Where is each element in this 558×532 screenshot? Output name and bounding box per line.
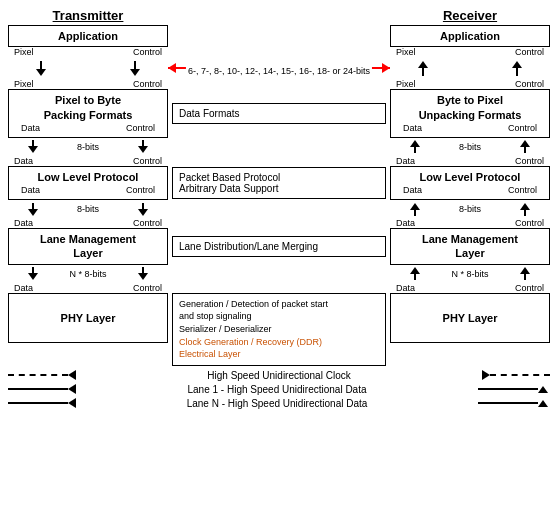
rx-data-arrowup2 (410, 203, 420, 216)
clock-arrowhead-left (68, 370, 76, 380)
rx-nbits-label: N * 8-bits (451, 269, 488, 279)
phy-line5: Electrical Layer (179, 348, 379, 361)
center-packing-col: Data Formats (168, 89, 390, 138)
tx-ctrl-lbl2: Control (133, 218, 162, 228)
rx-8bits-label: 8-bits (459, 142, 481, 152)
tx-8bits-row: 8-bits (8, 140, 168, 153)
pixel-arrow-down-tx (36, 61, 46, 76)
lane1-line-right (478, 388, 538, 390)
phy-row: PHY Layer Generation / Detection of pack… (8, 293, 550, 366)
rx-ctrl-lbl3: Control (515, 283, 544, 293)
tx-data-ctrl-labels3: Data Control (8, 283, 168, 293)
phy-line2: and stop signaling (179, 310, 379, 323)
red-arrowhead-left (168, 63, 176, 73)
transmitter-control-label: Control (133, 47, 162, 57)
phy-line3: Serializer / Deserializer (179, 323, 379, 336)
rx-nbits-row: N * 8-bits (390, 267, 550, 280)
tx-low-level-title: Low Level Protocol (38, 171, 139, 183)
tx-nbits-label: N * 8-bits (69, 269, 106, 279)
transmitter-application-block: Application (8, 25, 168, 47)
laneN-line-left (8, 402, 68, 404)
receiver-application-title: Application (440, 30, 500, 42)
center-spacer-2 (168, 218, 390, 228)
tx-data-ctrl-labels2: Data Control (8, 218, 168, 228)
rx-llp-data: Data (403, 185, 422, 195)
center-spacer-3 (168, 283, 390, 293)
transmitter-pixel-label: Pixel (14, 47, 34, 57)
laneN-line-right (478, 402, 538, 404)
rx-pixel-sub: Pixel (396, 79, 416, 89)
packing-sub: Data Control (13, 122, 163, 134)
rx-ctrl-arrowup2 (520, 203, 530, 216)
tx-lane-col: Lane Management Layer (8, 228, 168, 265)
tx-llp-data: Data (21, 185, 40, 195)
n-bits-row: N * 8-bits N * 8-bits (8, 265, 550, 283)
rx-lane-col: Lane Management Layer (390, 228, 550, 265)
byte-unpacking-title: Byte to Pixel Unpacking Formats (419, 94, 522, 120)
tx-data-arrow3 (28, 267, 38, 280)
center-lane-col: Lane Distribution/Lane Merging (168, 228, 390, 265)
rx-lane-mgmt-block: Lane Management Layer (390, 228, 550, 265)
tx-ctrl-arrow2 (138, 203, 148, 216)
lane1-line-left (8, 388, 68, 390)
center-llp-col: Packet Based Protocol Arbitrary Data Sup… (168, 166, 390, 200)
packet-protocol-text: Packet Based Protocol Arbitrary Data Sup… (179, 172, 280, 194)
laneN-arrowhead (68, 398, 76, 408)
rx-data-lbl: Data (396, 156, 415, 166)
headers: Transmitter Receiver (8, 8, 550, 23)
lane-dist-text: Lane Distribution/Lane Merging (179, 241, 318, 252)
rx-low-level-title: Low Level Protocol (420, 171, 521, 183)
clock-dashed-right (490, 374, 550, 376)
rx-phy-col: PHY Layer (390, 293, 550, 366)
tx-ctrl-arrow (138, 140, 148, 153)
tx-llp-col: Low Level Protocol Data Control (8, 166, 168, 200)
8bits-row-2: 8-bits 8-bits (8, 200, 550, 218)
receiver-control-label: Control (515, 47, 544, 57)
packet-protocol-box: Packet Based Protocol Arbitrary Data Sup… (172, 167, 386, 199)
transmitter-down-arrows (8, 61, 168, 76)
laneN-label: Lane N - High Speed Unidirectional Data (76, 398, 478, 409)
receiver-header: Receiver (390, 8, 550, 23)
pixel-packing-title: Pixel to Byte Packing Formats (44, 94, 133, 120)
clock-arrow-row: High Speed Unidirectional Clock (8, 370, 550, 381)
rx-data-lbl3: Data (396, 283, 415, 293)
lane1-arrow-row: Lane 1 - High Speed Unidirectional Data (8, 384, 550, 395)
pixel-arrow-up-rx (418, 61, 428, 76)
application-row: Application Pixel Control Application Pi… (8, 25, 550, 57)
tx-nbits-row: N * 8-bits (8, 267, 168, 280)
unpacking-data-label: Data (403, 123, 422, 133)
phy-center-box: Generation / Detection of packet start a… (172, 293, 386, 366)
tx-ctrl-lbl3: Control (133, 283, 162, 293)
lane-mgmt-row: Lane Management Layer Lane Distribution/… (8, 228, 550, 265)
red-arrowhead-right (382, 63, 390, 73)
rx-data-ctrl-labels: Data Control (390, 156, 550, 166)
center-app-col (168, 25, 390, 57)
byte-unpacking-block: Byte to Pixel Unpacking Formats Data Con… (390, 89, 550, 138)
tx-data-arrow2 (28, 203, 38, 216)
tx-data-lbl2: Data (14, 218, 33, 228)
rx-data-arrowup3 (410, 267, 420, 280)
rx-pixel-label-row: Pixel Control (390, 79, 550, 89)
data-label-row-1: Data Control Data Control (8, 156, 550, 166)
data-label-row-3: Data Control Data Control (8, 283, 550, 293)
tx-data-arrow (28, 140, 38, 153)
tx-data-lbl3: Data (14, 283, 33, 293)
tx-pixel-sub: Pixel (14, 79, 34, 89)
tx-ctrl-lbl: Control (133, 156, 162, 166)
8bits-row-1: 8-bits 8-bits (8, 138, 550, 156)
pixel-packing-block: Pixel to Byte Packing Formats Data Contr… (8, 89, 168, 138)
tx-ctrl-arrow3 (138, 267, 148, 280)
rx-low-level-block: Low Level Protocol Data Control (390, 166, 550, 200)
transmitter-app-col: Application Pixel Control (8, 25, 168, 57)
data-formats-box: Data Formats (172, 103, 386, 124)
tx-data-ctrl-labels: Data Control (8, 156, 168, 166)
tx-packing-col: Pixel to Byte Packing Formats Data Contr… (8, 89, 168, 138)
clock-label: High Speed Unidirectional Clock (76, 370, 482, 381)
transmitter-app-labels: Pixel Control (8, 47, 168, 57)
laneN-arrow-row: Lane N - High Speed Unidirectional Data (8, 398, 550, 409)
laneN-arrowup (538, 400, 548, 407)
lane1-arrowhead (68, 384, 76, 394)
tx-phy-block: PHY Layer (8, 293, 168, 343)
receiver-app-col: Application Pixel Control (390, 25, 550, 57)
rx-ctrl-arrowup (520, 140, 530, 153)
